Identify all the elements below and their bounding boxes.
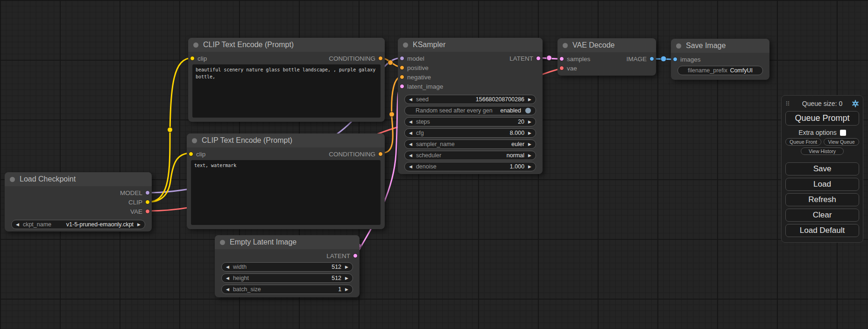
widget-width[interactable]: ◀ width 512 ▶	[221, 262, 353, 272]
link-dot	[168, 127, 173, 133]
widget-label: height	[233, 275, 249, 281]
model-input-slot[interactable]	[400, 56, 404, 61]
right-arrow-icon[interactable]: ▶	[345, 287, 348, 292]
right-arrow-icon[interactable]: ▶	[345, 265, 348, 269]
node-titlebar[interactable]: VAE Decode	[557, 38, 656, 52]
left-arrow-icon[interactable]: ◀	[226, 265, 229, 269]
widget-filename-prefix[interactable]: filename_prefix ComfyUI	[677, 66, 763, 75]
left-arrow-icon[interactable]: ◀	[409, 154, 412, 158]
input-label-latent-image: latent_image	[407, 83, 443, 90]
load-default-button[interactable]: Load Default	[785, 224, 859, 237]
widget-seed[interactable]: ◀ seed 156680208700286 ▶	[404, 95, 536, 104]
widget-scheduler[interactable]: ◀ scheduler normal ▶	[404, 151, 536, 160]
image-output-slot[interactable]	[649, 56, 654, 61]
node-graph-canvas[interactable]: Load Checkpoint MODEL CLIP VAE ◀ ckpt_na…	[0, 0, 868, 329]
drag-handle-icon[interactable]: ⠿	[785, 100, 790, 107]
save-button[interactable]: Save	[785, 162, 859, 175]
images-input-slot[interactable]	[673, 57, 677, 62]
conditioning-output-slot[interactable]	[378, 56, 383, 61]
view-history-button[interactable]: View History	[801, 147, 844, 155]
samples-input-slot[interactable]	[559, 56, 564, 61]
widget-sampler-name[interactable]: ◀ sampler_name euler ▶	[404, 140, 536, 149]
clear-button[interactable]: Clear	[785, 209, 859, 222]
view-queue-button[interactable]: View Queue	[824, 138, 859, 146]
latent-image-input-slot[interactable]	[400, 84, 404, 89]
link-dot	[388, 60, 393, 65]
widget-ckpt-name[interactable]: ◀ ckpt_name v1-5-pruned-emaonly.ckpt ▶	[11, 220, 145, 229]
left-arrow-icon[interactable]: ◀	[409, 165, 412, 169]
collapse-dot-icon[interactable]	[192, 138, 197, 143]
node-titlebar[interactable]: Empty Latent Image	[215, 235, 360, 249]
widget-label: sampler_name	[416, 141, 455, 147]
clip-input-slot[interactable]	[189, 152, 193, 156]
vae-output-slot[interactable]	[145, 209, 150, 214]
left-arrow-icon[interactable]: ◀	[409, 131, 412, 135]
positive-input-slot[interactable]	[400, 65, 404, 70]
right-arrow-icon[interactable]: ▶	[528, 165, 531, 169]
widget-cfg[interactable]: ◀ cfg 8.000 ▶	[404, 128, 536, 138]
right-arrow-icon[interactable]: ▶	[345, 276, 348, 280]
latent-output-slot[interactable]	[353, 253, 358, 258]
extra-options-label: Extra options	[798, 129, 837, 136]
node-titlebar[interactable]: CLIP Text Encode (Prompt)	[187, 133, 385, 147]
left-arrow-icon[interactable]: ◀	[409, 98, 412, 102]
input-label-clip: clip	[198, 55, 207, 62]
widget-label: batch_size	[233, 286, 261, 293]
negative-input-slot[interactable]	[400, 75, 404, 79]
right-arrow-icon[interactable]: ▶	[137, 223, 141, 227]
model-output-slot[interactable]	[145, 190, 150, 195]
collapse-dot-icon[interactable]	[563, 43, 568, 48]
widget-batch-size[interactable]: ◀ batch_size 1 ▶	[221, 285, 353, 294]
right-arrow-icon[interactable]: ▶	[528, 142, 531, 147]
node-titlebar[interactable]: Load Checkpoint	[5, 172, 152, 186]
node-empty-latent-image: Empty Latent Image LATENT ◀ width 512 ▶ …	[215, 235, 360, 297]
output-label-vae: VAE	[130, 208, 142, 215]
left-arrow-icon[interactable]: ◀	[409, 120, 412, 124]
node-clip-text-encode-positive: CLIP Text Encode (Prompt) clip CONDITION…	[188, 38, 385, 122]
gear-icon[interactable]	[852, 100, 859, 107]
collapse-dot-icon[interactable]	[220, 240, 225, 245]
node-titlebar[interactable]: Save Image	[671, 39, 769, 53]
widget-height[interactable]: ◀ height 512 ▶	[221, 273, 353, 283]
widget-value: normal	[507, 152, 524, 159]
latent-output-slot[interactable]	[536, 56, 541, 61]
toggle-circle-icon[interactable]	[525, 107, 531, 114]
slot-row: images	[671, 55, 769, 64]
prompt-textarea[interactable]: text, watermark	[191, 160, 381, 225]
collapse-dot-icon[interactable]	[193, 42, 198, 48]
widget-denoise[interactable]: ◀ denoise 1.000 ▶	[404, 162, 536, 171]
left-arrow-icon[interactable]: ◀	[226, 276, 229, 280]
widget-value: ComfyUI	[730, 67, 753, 74]
load-button[interactable]: Load	[785, 178, 859, 191]
queue-menu-panel: ⠿ Queue size: 0 Queue Prompt Extra optio…	[781, 95, 863, 243]
queue-front-button[interactable]: Queue Front	[785, 138, 821, 146]
collapse-dot-icon[interactable]	[676, 43, 681, 49]
queue-prompt-button[interactable]: Queue Prompt	[785, 111, 859, 126]
refresh-button[interactable]: Refresh	[785, 193, 859, 206]
left-arrow-icon[interactable]: ◀	[226, 287, 229, 292]
vae-input-slot[interactable]	[559, 66, 564, 70]
widget-label: scheduler	[416, 152, 441, 159]
slot-row: MODEL	[5, 188, 152, 197]
right-arrow-icon[interactable]: ▶	[528, 98, 531, 102]
widget-random-seed-toggle[interactable]: Random seed after every gen enabled	[404, 106, 536, 115]
prompt-textarea[interactable]: beautiful scenery nature glass bottle la…	[192, 64, 381, 118]
node-titlebar[interactable]: CLIP Text Encode (Prompt)	[188, 38, 385, 52]
slot-row: samples IMAGE	[557, 54, 656, 63]
extra-options-checkbox[interactable]	[840, 130, 846, 136]
node-titlebar[interactable]: KSampler	[398, 38, 543, 52]
link-dot	[661, 56, 666, 62]
right-arrow-icon[interactable]: ▶	[528, 131, 531, 135]
widget-label: Random seed after every gen	[416, 107, 493, 114]
left-arrow-icon[interactable]: ◀	[16, 223, 19, 227]
clip-input-slot[interactable]	[190, 56, 195, 61]
conditioning-output-slot[interactable]	[378, 152, 383, 156]
node-save-image: Save Image images filename_prefix ComfyU…	[671, 39, 769, 80]
collapse-dot-icon[interactable]	[403, 42, 408, 48]
right-arrow-icon[interactable]: ▶	[528, 120, 531, 124]
collapse-dot-icon[interactable]	[10, 177, 15, 182]
left-arrow-icon[interactable]: ◀	[409, 142, 412, 147]
clip-output-slot[interactable]	[145, 200, 150, 204]
widget-steps[interactable]: ◀ steps 20 ▶	[404, 117, 536, 126]
right-arrow-icon[interactable]: ▶	[528, 154, 531, 158]
